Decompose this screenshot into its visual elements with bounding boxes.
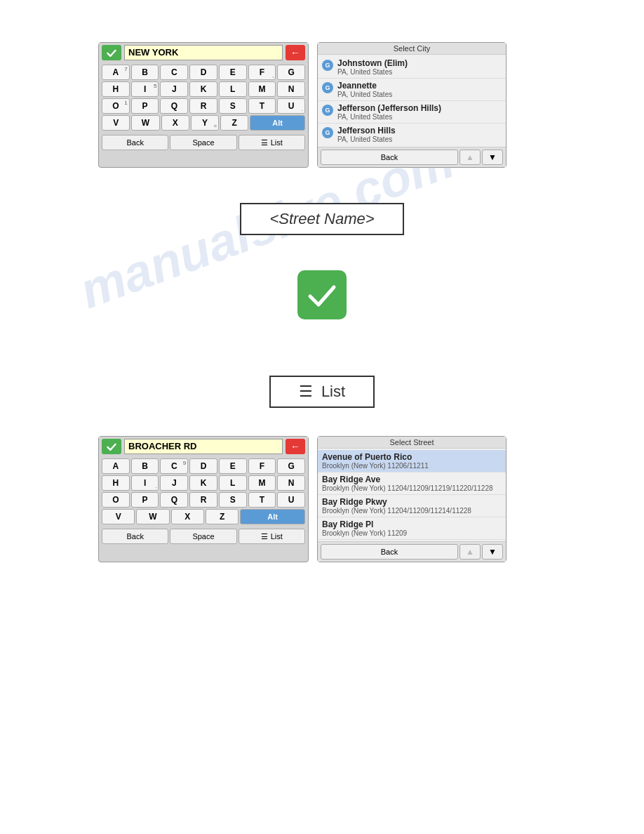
city-name-2: Jefferson (Jefferson Hills) — [337, 103, 441, 113]
key-S[interactable]: S — [219, 98, 247, 114]
bot-key-B[interactable]: B — [131, 458, 159, 474]
bot-key-U[interactable]: U — [277, 492, 305, 508]
bot-key-W[interactable]: W — [136, 509, 169, 524]
city-item-3[interactable]: Jefferson Hills PA, United States — [318, 124, 506, 145]
key-W[interactable]: W — [131, 115, 159, 131]
street-up-button[interactable]: ▲ — [459, 544, 481, 560]
street-sub-2: Brooklyn (New York) 11204/11209/11214/11… — [322, 507, 502, 515]
city-item-2[interactable]: Jefferson (Jefferson Hills) PA, United S… — [318, 101, 506, 124]
street-item-1[interactable]: Bay Ridge Ave Brooklyn (New York) 11204/… — [318, 472, 506, 495]
bot-key-C[interactable]: C9 — [160, 458, 188, 474]
middle-section: <Street Name> ☰ List — [0, 182, 644, 422]
key-F[interactable]: F, — [248, 65, 276, 80]
key-P[interactable]: P — [131, 98, 159, 114]
bot-key-H[interactable]: H — [102, 475, 130, 491]
key-X[interactable]: X — [161, 115, 189, 131]
top-back-button[interactable]: Back — [102, 135, 168, 150]
key-J[interactable]: J — [160, 81, 188, 97]
top-backspace-button[interactable]: ← — [286, 45, 305, 60]
bot-key-alt[interactable]: Alt — [240, 509, 305, 524]
bottom-list-button[interactable]: ☰ List — [239, 529, 305, 544]
bot-key-M[interactable]: M — [248, 475, 276, 491]
city-up-button[interactable]: ▲ — [459, 150, 481, 165]
bot-key-K[interactable]: K — [189, 475, 217, 491]
bot-key-Z[interactable]: Z — [206, 509, 239, 524]
city-down-button[interactable]: ▼ — [482, 150, 503, 165]
bot-key-N[interactable]: N — [277, 475, 305, 491]
street-item-2[interactable]: Bay Ridge Pkwy Brooklyn (New York) 11204… — [318, 495, 506, 517]
city-panel-footer: Back ▲ ▼ — [318, 147, 506, 167]
bot-key-X[interactable]: X — [171, 509, 204, 524]
key-L[interactable]: L — [219, 81, 247, 97]
key-E[interactable]: E — [219, 65, 247, 80]
city-select-panel: Select City Johnstown (Elim) PA, United … — [317, 42, 507, 168]
city-sub-2: PA, United States — [337, 113, 441, 121]
city-text-3: Jefferson Hills PA, United States — [337, 126, 396, 143]
key-A[interactable]: A7 — [102, 65, 130, 80]
street-name-1: Bay Ridge Ave — [322, 475, 502, 484]
key-N[interactable]: N — [277, 81, 305, 97]
street-sub-1: Brooklyn (New York) 11204/11209/11219/11… — [322, 484, 502, 492]
top-list-button[interactable]: ☰ List — [239, 135, 305, 150]
key-Q[interactable]: Q — [160, 98, 188, 114]
key-Y[interactable]: Y= — [191, 115, 219, 131]
bot-key-G[interactable]: G — [277, 458, 305, 474]
city-item-1[interactable]: Jeannette PA, United States — [318, 79, 506, 101]
bot-key-S[interactable]: S — [219, 492, 247, 508]
bot-key-L[interactable]: L — [219, 475, 247, 491]
bot-key-F[interactable]: F — [248, 458, 276, 474]
bot-key-V[interactable]: V — [102, 509, 135, 524]
bottom-key-row-3: O P Q R S T U — [102, 492, 305, 508]
key-I[interactable]: I5 — [131, 81, 159, 97]
list-box[interactable]: ☰ List — [269, 376, 375, 408]
key-R[interactable]: R — [189, 98, 217, 114]
key-U[interactable]: U. — [277, 98, 305, 114]
street-back-button[interactable]: Back — [321, 544, 458, 560]
bot-key-R[interactable]: R — [189, 492, 217, 508]
top-keyboard-input[interactable]: NEW YORK — [124, 45, 283, 60]
key-M[interactable]: M — [248, 81, 276, 97]
key-T[interactable]: T — [248, 98, 276, 114]
bottom-backspace-button[interactable]: ← — [286, 439, 305, 454]
top-keyboard-panel: NEW YORK ← A7 B C D E F, G H I5 J K L M — [98, 42, 309, 168]
city-name-3: Jefferson Hills — [337, 126, 396, 135]
bottom-confirm-button[interactable] — [102, 439, 121, 454]
key-Z[interactable]: Z — [220, 115, 248, 131]
key-O[interactable]: O1 — [102, 98, 130, 114]
city-sub-3: PA, United States — [337, 135, 396, 143]
key-alt[interactable]: Alt — [250, 115, 305, 131]
bot-key-I[interactable]: I. — [131, 475, 159, 491]
bot-key-D[interactable]: D — [189, 458, 217, 474]
key-V[interactable]: V — [102, 115, 130, 131]
key-B[interactable]: B — [131, 65, 159, 80]
bot-key-P[interactable]: P — [131, 492, 159, 508]
key-D[interactable]: D — [189, 65, 217, 80]
key-G[interactable]: G — [277, 65, 305, 80]
bot-key-A[interactable]: A — [102, 458, 130, 474]
bottom-keyboard-input[interactable]: BROACHER RD — [124, 439, 283, 454]
top-key-row-3: O1 P Q R S T U. — [102, 98, 305, 114]
city-sub-1: PA, United States — [337, 91, 392, 98]
street-item-3[interactable]: Bay Ridge Pl Brooklyn (New York) 11209 — [318, 517, 506, 540]
bottom-back-button[interactable]: Back — [102, 529, 168, 544]
bot-key-E[interactable]: E — [219, 458, 247, 474]
top-space-button[interactable]: Space — [170, 135, 236, 150]
key-C[interactable]: C — [160, 65, 188, 80]
key-K[interactable]: K — [189, 81, 217, 97]
bot-key-Q[interactable]: Q — [160, 492, 188, 508]
top-key-row-1: A7 B C D E F, G — [102, 65, 305, 80]
street-list: Avenue of Puerto Rico Brooklyn (New York… — [318, 449, 506, 541]
bottom-section: BROACHER RD ← A B C9 D E F G H I. J K L … — [0, 422, 644, 576]
street-item-0[interactable]: Avenue of Puerto Rico Brooklyn (New York… — [318, 450, 506, 472]
bottom-keyboard-footer: Back Space ☰ List — [99, 527, 308, 546]
bot-key-O[interactable]: O — [102, 492, 130, 508]
bot-key-T[interactable]: T — [248, 492, 276, 508]
city-text-1: Jeannette PA, United States — [337, 81, 392, 98]
street-down-button[interactable]: ▼ — [482, 544, 503, 560]
key-H[interactable]: H — [102, 81, 130, 97]
city-item-0[interactable]: Johnstown (Elim) PA, United States — [318, 56, 506, 79]
top-confirm-button[interactable] — [102, 45, 121, 60]
bot-key-J[interactable]: J — [160, 475, 188, 491]
bottom-space-button[interactable]: Space — [170, 529, 236, 544]
city-back-button[interactable]: Back — [321, 150, 458, 165]
